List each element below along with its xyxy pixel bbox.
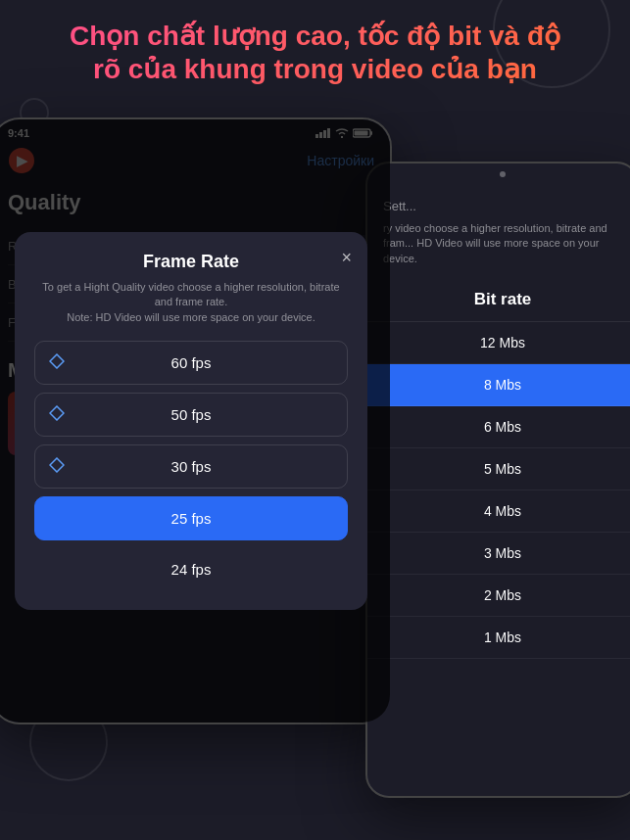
modal-title: Frame Rate	[34, 252, 348, 272]
bitrate-option-8[interactable]: 8 Mbs	[367, 364, 630, 406]
header-title-area: Chọn chất lượng cao, tốc độ bit và độ rõ…	[0, 10, 630, 95]
left-device: 9:41	[0, 117, 392, 724]
right-device-screen: Sett... ry video choose a higher resolut…	[367, 163, 630, 796]
bitrate-option-2[interactable]: 2 Mbs	[367, 575, 630, 617]
fps-option-24[interactable]: 24 fps	[34, 548, 348, 590]
fps-option-50[interactable]: 50 fps	[34, 393, 348, 437]
bitrate-option-6[interactable]: 6 Mbs	[367, 406, 630, 448]
bitrate-option-12[interactable]: 12 Mbs	[367, 322, 630, 364]
bitrate-option-1[interactable]: 1 Mbs	[367, 617, 630, 659]
fps-label-60: 60 fps	[171, 354, 212, 371]
device-dot	[500, 171, 506, 177]
right-settings-header: Sett...	[367, 183, 630, 221]
fps-option-60[interactable]: 60 fps	[34, 341, 348, 385]
right-description: ry video choose a higher resolution, bit…	[367, 221, 630, 278]
bitrate-option-5[interactable]: 5 Mbs	[367, 448, 630, 490]
fps-label-25: 25 fps	[171, 510, 212, 527]
diamond-icon-50	[49, 405, 65, 425]
fps-label-50: 50 fps	[171, 406, 212, 423]
svg-marker-10	[50, 406, 64, 420]
fps-option-30[interactable]: 30 fps	[34, 444, 348, 489]
svg-marker-9	[50, 354, 64, 368]
fps-label-30: 30 fps	[171, 458, 212, 475]
modal-description: To get a Hight Quality video choose a hi…	[34, 280, 348, 325]
modal-close-button[interactable]: ×	[341, 248, 352, 268]
fps-option-25[interactable]: 25 fps	[34, 496, 348, 540]
bitrate-option-4[interactable]: 4 Mbs	[367, 490, 630, 533]
diamond-icon-60	[49, 353, 65, 373]
left-device-screen: 9:41	[0, 119, 390, 723]
bitrate-section-title: Bit rate	[367, 278, 630, 322]
diamond-icon-30	[49, 457, 65, 477]
svg-marker-11	[50, 458, 64, 472]
page-title: Chọn chất lượng cao, tốc độ bit và độ rõ…	[20, 20, 610, 85]
fps-label-24: 24 fps	[171, 561, 212, 578]
modal-overlay: Frame Rate × To get a Hight Quality vide…	[0, 119, 390, 723]
bitrate-option-3[interactable]: 3 Mbs	[367, 533, 630, 575]
frame-rate-modal: Frame Rate × To get a Hight Quality vide…	[15, 232, 367, 610]
right-device: Sett... ry video choose a higher resolut…	[365, 162, 630, 798]
